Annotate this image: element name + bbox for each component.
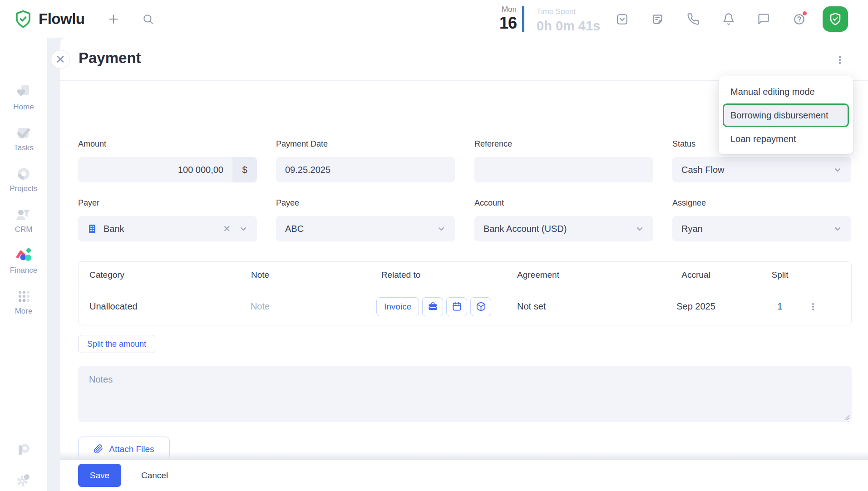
amount-label: Amount <box>78 139 257 149</box>
time-tracker[interactable]: Time Spent 0h 0m 41s <box>537 7 600 34</box>
column-header-split: Split <box>757 262 803 288</box>
status-select[interactable]: Cash Flow <box>672 157 851 182</box>
gear-icon <box>15 471 33 489</box>
currency-suffix[interactable]: $ <box>232 157 257 182</box>
chevron-down-icon <box>437 224 446 233</box>
panel-menu-button[interactable] <box>832 52 848 68</box>
inbox-button[interactable] <box>613 10 631 28</box>
link-project-button[interactable] <box>422 297 443 316</box>
assignee-value: Ryan <box>681 224 703 234</box>
brand-name: Flowlu <box>39 10 84 28</box>
shield-check-avatar-icon <box>829 12 842 26</box>
menu-item-manual-editing-mode[interactable]: Manual editing mode <box>719 80 853 103</box>
help-button[interactable] <box>790 10 808 28</box>
kebab-icon <box>808 302 818 312</box>
account-value: Bank Account (USD) <box>483 224 567 234</box>
create-button[interactable] <box>104 10 123 28</box>
top-bar: Flowlu Mon 16 Time Spent 0h 0m 41s <box>0 0 868 38</box>
sidebar-label: More <box>0 307 47 316</box>
notifications-button[interactable] <box>720 10 738 28</box>
chat-icon <box>757 13 770 25</box>
sidebar-item-more[interactable]: More <box>0 288 47 316</box>
panel-header: ✕ Payment <box>60 38 868 81</box>
accrual-cell[interactable]: Sep 2025 <box>648 288 744 325</box>
agreement-cell[interactable]: Not set <box>517 288 546 325</box>
table-header-row: Category Note Related to Agreement Accru… <box>79 262 851 288</box>
search-button[interactable] <box>139 10 157 28</box>
sidebar-item-crm[interactable]: CRM <box>0 206 47 234</box>
split-table: Category Note Related to Agreement Accru… <box>78 261 852 325</box>
package-icon <box>476 301 486 312</box>
form-footer: Save Cancel <box>60 460 868 491</box>
status-value: Cash Flow <box>681 165 724 175</box>
close-button[interactable]: ✕ <box>51 50 70 69</box>
sidebar-item-finance[interactable]: Finance <box>0 247 47 275</box>
phone-icon <box>687 13 700 25</box>
menu-item-borrowing-disbursement[interactable]: Borrowing disbursement <box>723 103 849 127</box>
link-product-button[interactable] <box>470 297 491 316</box>
finance-icon <box>0 247 47 264</box>
day-label: Mon <box>480 5 517 14</box>
p-badge-icon <box>15 441 33 458</box>
footer-shadow <box>60 452 868 460</box>
category-cell[interactable]: Unallocated <box>89 288 138 325</box>
shield-check-logo-icon <box>14 10 33 29</box>
sidebar-item-projects[interactable]: Projects <box>0 165 47 193</box>
inbox-icon <box>616 13 629 26</box>
flowlu-logo[interactable]: Flowlu <box>14 0 84 38</box>
calls-button[interactable] <box>684 10 702 28</box>
reference-label: Reference <box>474 139 653 149</box>
column-header-related-to: Related to <box>346 262 455 288</box>
sidebar-item-tasks[interactable]: Tasks <box>0 124 47 152</box>
notes-textarea[interactable] <box>78 366 852 422</box>
resize-handle-icon[interactable] <box>844 414 850 420</box>
link-event-button[interactable] <box>446 297 467 316</box>
menu-item-loan-repayment[interactable]: Loan repayment <box>719 128 853 150</box>
clear-icon[interactable]: ✕ <box>223 223 231 234</box>
chevron-down-icon <box>833 224 842 233</box>
payee-select[interactable]: ABC <box>276 216 455 241</box>
split-cell[interactable]: 1 <box>757 288 803 325</box>
messenger-button[interactable] <box>755 10 773 28</box>
save-button[interactable]: Save <box>78 464 121 487</box>
chevron-down-icon <box>635 224 644 233</box>
sidebar-item-home[interactable]: Home <box>0 83 47 112</box>
assignee-select[interactable]: Ryan <box>672 216 851 241</box>
chevron-down-icon <box>833 165 842 174</box>
account-label: Account <box>474 198 653 208</box>
sidebar-label: Home <box>0 103 47 112</box>
cancel-button[interactable]: Cancel <box>141 471 168 481</box>
bell-icon <box>722 13 735 25</box>
split-amount-label: Split the amount <box>87 339 146 349</box>
sidebar-settings-button[interactable] <box>0 471 47 489</box>
note-cell-input[interactable]: Note <box>215 288 306 325</box>
amount-input[interactable]: 100 000,00 $ <box>78 157 257 182</box>
assignee-label: Assignee <box>672 198 851 208</box>
payer-select[interactable]: Bank ✕ <box>78 216 257 241</box>
notes-button[interactable] <box>648 10 666 28</box>
time-spent-label: Time Spent <box>537 7 600 16</box>
projects-icon <box>0 165 47 182</box>
reference-input[interactable] <box>474 157 653 182</box>
payer-label: Payer <box>78 198 257 208</box>
user-avatar[interactable] <box>823 6 848 32</box>
invoice-button-label: Invoice <box>384 302 411 312</box>
more-grid-icon <box>0 288 47 305</box>
sidebar-label: Projects <box>0 184 47 193</box>
row-menu-button[interactable] <box>805 288 821 325</box>
column-header-accrual: Accrual <box>648 262 744 288</box>
briefcase-icon <box>428 301 438 312</box>
sidebar-brand-button[interactable] <box>0 441 47 458</box>
calendar-date[interactable]: Mon 16 <box>480 5 517 32</box>
close-icon: ✕ <box>55 54 65 65</box>
payment-date-input[interactable]: 09.25.2025 <box>276 157 455 182</box>
payer-value: Bank <box>104 224 124 234</box>
split-amount-button[interactable]: Split the amount <box>78 335 155 353</box>
column-header-note: Note <box>215 262 306 288</box>
chevron-down-icon <box>239 224 248 233</box>
account-select[interactable]: Bank Account (USD) <box>474 216 653 241</box>
help-alert-badge <box>803 11 807 15</box>
invoice-button[interactable]: Invoice <box>376 297 419 316</box>
topbar-divider <box>522 6 524 32</box>
payment-type-context-menu: Manual editing mode Borrowing disburseme… <box>719 76 853 154</box>
